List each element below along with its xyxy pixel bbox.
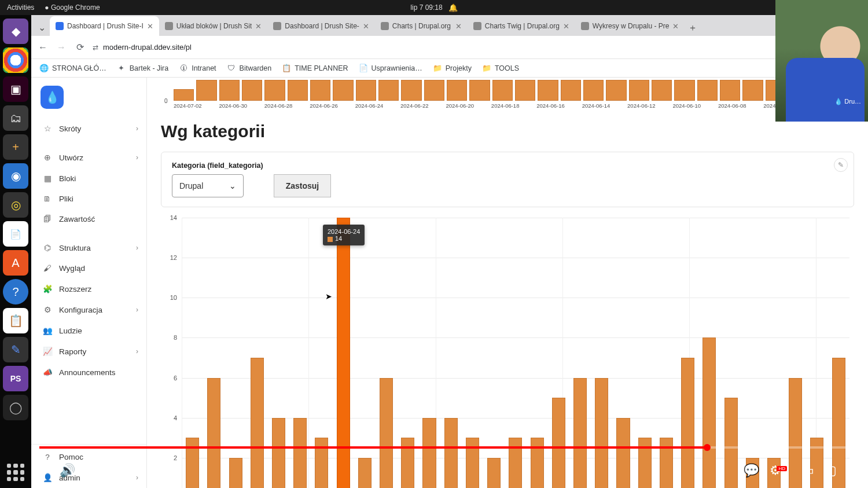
bookmark-item[interactable]: 🌐STRONA GŁÓ… bbox=[39, 64, 106, 73]
ubuntu-dock: ◆ ▣ 🗂 + ◉ ◎ 📄 A ? 📋 ✎ PS ◯ bbox=[0, 15, 31, 488]
bookmark-item[interactable]: 🛈Intranet bbox=[179, 64, 216, 73]
sidebar-item[interactable]: 🧩Rozszerz bbox=[31, 278, 146, 299]
mini-bar[interactable] bbox=[378, 80, 399, 101]
dock-rhythmbox[interactable]: ◎ bbox=[3, 192, 28, 218]
mini-bar[interactable] bbox=[356, 80, 376, 101]
browser-tab[interactable]: Układ bloków | Drush Sit✕ bbox=[159, 16, 268, 36]
bookmark-item[interactable]: 📋TIME PLANNER bbox=[282, 64, 348, 73]
show-applications[interactable] bbox=[3, 460, 28, 485]
sidebar-item[interactable]: ⊕Utwórz› bbox=[31, 147, 146, 168]
mini-bar[interactable] bbox=[674, 80, 694, 101]
dock-app-5[interactable]: + bbox=[3, 134, 28, 160]
mini-bar[interactable] bbox=[219, 80, 240, 101]
mini-bar[interactable] bbox=[629, 80, 649, 101]
dock-obs[interactable]: ◯ bbox=[3, 395, 28, 420]
fullscreen-button[interactable]: ⛶ bbox=[847, 463, 860, 478]
bookmark-label: Projekty bbox=[446, 64, 472, 72]
drupal-logo-icon[interactable]: 💧 bbox=[41, 86, 64, 109]
mini-bar[interactable] bbox=[242, 80, 262, 101]
close-tab-icon[interactable]: ✕ bbox=[563, 22, 569, 31]
mini-bar[interactable] bbox=[538, 80, 558, 101]
mini-bar[interactable] bbox=[288, 80, 308, 101]
bookmark-item[interactable]: 🛡Bitwarden bbox=[227, 64, 272, 73]
dock-writer[interactable]: 📄 bbox=[3, 221, 28, 247]
category-select[interactable]: Drupal ⌄ bbox=[172, 174, 244, 197]
activities-button[interactable]: Activities bbox=[7, 3, 34, 12]
play-button[interactable]: ▶ bbox=[39, 463, 49, 478]
sidebar-item[interactable]: 🖌Wygląd bbox=[31, 258, 146, 278]
mini-bar[interactable] bbox=[447, 80, 467, 101]
browser-tab[interactable]: Dashboard | Drush Site-✕ bbox=[267, 16, 375, 36]
mini-bar[interactable] bbox=[583, 80, 604, 101]
new-tab-button[interactable]: ＋ bbox=[685, 20, 701, 36]
dock-app-6[interactable]: ◉ bbox=[3, 163, 28, 189]
dock-app-1[interactable]: ◆ bbox=[3, 19, 28, 44]
sidebar-item[interactable]: ⌬Struktura› bbox=[31, 237, 146, 258]
dock-help[interactable]: ? bbox=[3, 279, 28, 304]
mini-bar[interactable] bbox=[264, 80, 285, 101]
sidebar-item[interactable]: 🗐Zawartość bbox=[31, 209, 146, 229]
mini-bar[interactable] bbox=[652, 80, 672, 101]
bookmark-item[interactable]: 📁TOOLS bbox=[482, 64, 519, 73]
dock-gedit[interactable]: ✎ bbox=[3, 337, 28, 362]
dock-files[interactable]: 🗂 bbox=[3, 105, 28, 131]
close-tab-icon[interactable]: ✕ bbox=[455, 22, 462, 31]
mini-bar[interactable] bbox=[720, 80, 740, 101]
site-info-icon[interactable]: ⇄ bbox=[93, 43, 98, 52]
bookmark-item[interactable]: 📄Usprawnienia… bbox=[359, 64, 422, 73]
browser-tab[interactable]: Charts Twig | Drupal.org✕ bbox=[468, 16, 575, 36]
address-bar[interactable]: ⇄ modern-drupal.ddev.site/pl bbox=[93, 43, 192, 52]
sidebar-item[interactable]: 👥Ludzie bbox=[31, 320, 146, 341]
mini-bar[interactable] bbox=[196, 80, 216, 101]
mini-bar[interactable] bbox=[310, 80, 330, 101]
browser-tab[interactable]: Wykresy w Drupalu - Pre✕ bbox=[575, 16, 685, 36]
bookmark-item[interactable]: 📁Projekty bbox=[433, 64, 472, 73]
close-tab-icon[interactable]: ✕ bbox=[147, 22, 153, 31]
mini-bar[interactable] bbox=[606, 80, 626, 101]
mini-bar[interactable] bbox=[515, 80, 535, 101]
bookmark-icon: 📋 bbox=[282, 64, 291, 73]
theater-button[interactable]: ▢ bbox=[825, 463, 837, 478]
apply-button[interactable]: Zastosuj bbox=[274, 174, 332, 197]
mini-bar[interactable] bbox=[333, 80, 353, 101]
clock: lip 7 09:18 bbox=[410, 3, 442, 12]
sidebar-item[interactable]: 📈Raporty› bbox=[31, 341, 146, 362]
mini-bar[interactable] bbox=[401, 80, 421, 101]
bookmark-item[interactable]: ✦Bartek - Jira bbox=[117, 64, 168, 73]
close-tab-icon[interactable]: ✕ bbox=[672, 22, 679, 31]
sidebar-item[interactable]: ☆Skróty› bbox=[31, 118, 146, 139]
volume-button[interactable]: 🔊 bbox=[60, 463, 75, 478]
bell-icon[interactable]: 🔔 bbox=[448, 3, 458, 12]
miniplayer-button[interactable]: ▭ bbox=[802, 463, 814, 478]
chevron-right-icon: › bbox=[136, 306, 138, 314]
settings-button[interactable]: ⚙HD bbox=[770, 463, 792, 478]
reload-button[interactable]: ⟳ bbox=[74, 42, 86, 53]
sidebar-item[interactable]: ⚙Konfiguracja› bbox=[31, 299, 146, 320]
search-tabs-button[interactable]: ⌄ bbox=[34, 19, 50, 36]
close-tab-icon[interactable]: ✕ bbox=[255, 22, 262, 31]
forward-button[interactable]: → bbox=[56, 42, 67, 53]
dock-software[interactable]: A bbox=[3, 250, 28, 276]
video-progress[interactable] bbox=[39, 446, 860, 449]
mini-bar[interactable] bbox=[174, 89, 194, 101]
mini-bar[interactable] bbox=[424, 80, 444, 101]
browser-tab[interactable]: Charts | Drupal.org✕ bbox=[375, 16, 468, 36]
dock-chrome[interactable] bbox=[3, 47, 28, 73]
edit-pencil-icon[interactable]: ✎ bbox=[834, 158, 848, 172]
browser-tab[interactable]: Dashboard | Drush Site-I✕ bbox=[50, 16, 159, 36]
mini-bar[interactable] bbox=[697, 80, 718, 101]
sidebar-item[interactable]: 🗎Pliki bbox=[31, 189, 146, 209]
sidebar-item-icon: ⊕ bbox=[43, 153, 52, 162]
dock-app-11[interactable]: 📋 bbox=[3, 308, 28, 333]
back-button[interactable]: ← bbox=[37, 42, 49, 53]
close-tab-icon[interactable]: ✕ bbox=[363, 22, 369, 31]
mini-bar[interactable] bbox=[742, 80, 763, 101]
mini-bar[interactable] bbox=[469, 80, 490, 101]
dock-phpstorm[interactable]: PS bbox=[3, 366, 28, 391]
mini-bar[interactable] bbox=[561, 80, 581, 101]
mini-bar[interactable] bbox=[492, 80, 513, 101]
subtitles-button[interactable]: 💬 bbox=[744, 463, 759, 478]
sidebar-item[interactable]: ▦Bloki bbox=[31, 168, 146, 189]
sidebar-item[interactable]: 📣Announcements bbox=[31, 362, 146, 383]
dock-terminal[interactable]: ▣ bbox=[3, 76, 28, 102]
